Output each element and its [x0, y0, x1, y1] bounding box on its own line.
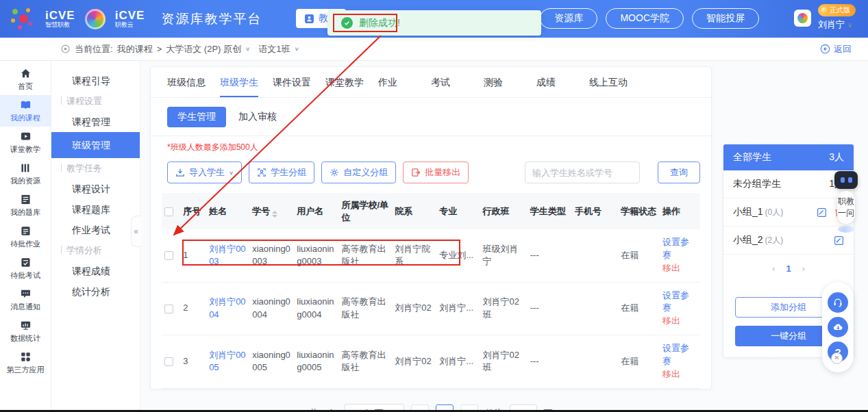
submenu-item[interactable]: 课程设计: [51, 179, 140, 199]
groups-current-page[interactable]: 1: [786, 263, 791, 274]
breadcrumb-class-select[interactable]: 语文1班: [258, 43, 290, 55]
select-all-checkbox[interactable]: [164, 207, 173, 216]
all-students-row[interactable]: 全部学生 3人: [723, 144, 854, 170]
class-tab[interactable]: 成绩: [536, 77, 589, 97]
set-contest-link[interactable]: 设置参赛: [662, 289, 697, 316]
row-checkbox[interactable]: [164, 305, 173, 313]
col-student-type: 学生类型: [528, 193, 572, 229]
row-checkbox[interactable]: [164, 357, 173, 366]
class-tab[interactable]: 班级信息: [167, 77, 220, 97]
cell-admin-class: 刘肖宁02班: [480, 282, 527, 335]
home-icon: [20, 68, 32, 79]
group-name: 小组_1: [733, 206, 763, 217]
tab-student-management[interactable]: 学生管理: [167, 107, 226, 127]
rail-item[interactable]: 待批作业: [0, 221, 51, 253]
app-window: iCVE 智慧职教 iCVE 职教云 资源库教学平台 教师 资源库 MOOC学院…: [0, 0, 868, 412]
logo-subtitle: 职教云: [115, 22, 145, 28]
submenu-item[interactable]: 课程引导: [51, 70, 140, 91]
submenu-item[interactable]: 课程成绩: [51, 261, 140, 281]
batch-remove-button[interactable]: 批量移出: [403, 162, 469, 183]
student-grouping-button[interactable]: 学生分组: [249, 162, 314, 183]
cell-department: 刘肖宁02: [392, 335, 436, 389]
student-search-input[interactable]: [525, 162, 640, 183]
rail-item[interactable]: 首页: [0, 64, 51, 95]
submenu-item[interactable]: 课程设置: [51, 91, 140, 112]
rail-item[interactable]: 数据统计: [0, 316, 51, 347]
col-admin-class: 行政班: [480, 193, 527, 229]
col-phone: 手机号: [572, 193, 618, 229]
edit-icon[interactable]: [817, 207, 827, 218]
apps-icon: [20, 351, 32, 363]
cell-school: 高等教育出版社: [338, 282, 392, 335]
query-button[interactable]: 查询: [658, 162, 700, 183]
edit-icon[interactable]: [834, 235, 844, 246]
submenu-item[interactable]: 课程题库: [51, 199, 140, 220]
import-students-button[interactable]: 导入学生 ∨: [167, 162, 242, 183]
rail-item[interactable]: 待批考试: [0, 253, 51, 284]
sort-icon[interactable]: [272, 211, 277, 218]
close-widgets-button[interactable]: ✕: [831, 352, 843, 364]
rail-item[interactable]: 我的资源: [0, 158, 51, 190]
customer-service-button[interactable]: [828, 292, 848, 313]
submenu-item[interactable]: 统计分析: [51, 281, 140, 302]
rail-item[interactable]: 消息通知: [0, 284, 51, 316]
col-actions: 操作: [660, 193, 700, 229]
username-menu[interactable]: 刘肖宁 ∨: [818, 18, 852, 31]
gear-icon: [330, 168, 339, 177]
set-contest-link[interactable]: 设置参赛: [662, 342, 697, 368]
submenu-item[interactable]: 学情分析: [51, 240, 140, 261]
student-subtabs: 学生管理 加入审核: [162, 107, 700, 127]
class-tab[interactable]: 测验: [484, 77, 536, 97]
submenu-item[interactable]: 作业考试: [51, 220, 140, 240]
chevron-down-icon: ∨: [229, 170, 234, 176]
class-tab[interactable]: 课堂教学: [325, 77, 378, 97]
submenu-item[interactable]: 课程管理: [51, 112, 140, 132]
class-tab[interactable]: 课件设置: [273, 77, 325, 97]
nav-mooc-button[interactable]: MOOC学院: [606, 8, 684, 29]
table-header-row: 序号 姓名 学号 用户名 所属学校/单位 院系 专业 行政班 学生类型 手机号 …: [162, 193, 700, 229]
cell-status: 在籍: [618, 282, 660, 335]
groups-next-button[interactable]: ›: [802, 263, 805, 274]
student-row: 1 刘肖宁0003 xiaoning0003 liuxiaoning0003 高…: [162, 229, 700, 282]
groups-prev-button[interactable]: ‹: [772, 263, 775, 274]
assistant-widget[interactable]: 职教一问: [833, 171, 859, 233]
cell-admin-class: 刘肖宁02班: [480, 335, 527, 389]
row-checkbox[interactable]: [164, 251, 173, 260]
avatar[interactable]: [794, 10, 811, 27]
nav-resource-library-button[interactable]: 资源库: [540, 8, 597, 29]
student-name-link[interactable]: 刘肖宁0003: [209, 243, 247, 269]
class-tab[interactable]: 作业: [378, 77, 431, 97]
class-tab[interactable]: 考试: [431, 77, 484, 97]
breadcrumb-my-courses[interactable]: 我的课程: [117, 43, 153, 55]
section-bar: [61, 246, 62, 254]
rail-item[interactable]: 课堂教学: [0, 127, 51, 158]
submenu-item[interactable]: 教学任务: [51, 158, 140, 179]
remove-student-link[interactable]: 移出: [662, 262, 697, 275]
class-tab[interactable]: 线上互动: [589, 77, 642, 97]
tab-join-review[interactable]: 加入审核: [238, 111, 277, 123]
collapse-sidebar-button[interactable]: «: [131, 216, 140, 247]
rail-item[interactable]: 我的课程: [0, 95, 51, 127]
bank-icon: [20, 194, 32, 205]
student-name-link[interactable]: 刘肖宁0005: [209, 349, 247, 375]
nav-smart-cast-button[interactable]: 智能投屏: [692, 8, 759, 29]
col-student-no[interactable]: 学号: [249, 193, 294, 229]
remove-student-link[interactable]: 移出: [662, 368, 697, 381]
rail-item-label: 消息通知: [10, 302, 40, 312]
class-tab[interactable]: 班级学生: [220, 77, 273, 97]
teach-icon: [20, 131, 32, 142]
custom-group-button[interactable]: 自定义分组: [321, 162, 396, 183]
rail-item[interactable]: 第三方应用: [0, 347, 51, 378]
location-icon: [60, 44, 71, 54]
breadcrumb-course-select[interactable]: 大学语文 (2P) 原创: [166, 43, 241, 55]
student-name-link[interactable]: 刘肖宁0004: [209, 296, 247, 322]
set-contest-link[interactable]: 设置参赛: [662, 236, 697, 262]
submenu-item[interactable]: 班级管理: [51, 132, 140, 158]
group-count: (2人): [765, 235, 784, 245]
remove-student-link[interactable]: 移出: [662, 315, 697, 328]
download-center-button[interactable]: [828, 317, 848, 337]
robot-icon: [834, 171, 858, 189]
back-button[interactable]: 返回: [820, 43, 852, 55]
rail-item[interactable]: 我的题库: [0, 190, 51, 221]
cell-username: liuxiaoning0003: [294, 229, 338, 282]
